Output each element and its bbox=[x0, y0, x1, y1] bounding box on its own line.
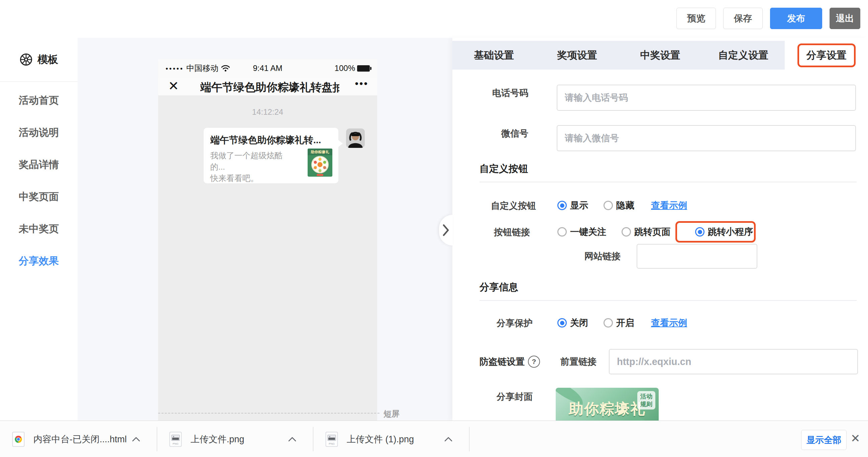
custom-button-row-label: 自定义按钮 bbox=[491, 200, 536, 212]
prefix-link-input[interactable] bbox=[609, 349, 858, 374]
settings-panel: 基础设置 奖项设置 中奖设置 自定义设置 分享设置 电话号码 微信号 自定义按钮… bbox=[453, 38, 868, 421]
miniprogram-highlight-box bbox=[675, 221, 756, 242]
download-menu-chevron[interactable] bbox=[444, 436, 453, 442]
download-item-html[interactable]: 内容中台-已关闭....html bbox=[0, 421, 156, 457]
sidebar-item-activity-home[interactable]: 活动首页 bbox=[0, 90, 78, 110]
radio-protect-off[interactable] bbox=[557, 318, 567, 327]
phone-status-bar: 9:41 AM ●●●●● 中国移动 100% bbox=[158, 59, 377, 77]
top-toolbar: 预览 保存 发布 退出 bbox=[0, 0, 868, 38]
more-menu-icon[interactable]: ••• bbox=[355, 78, 369, 89]
share-info-section-title: 分享信息 bbox=[479, 281, 518, 294]
thumb-title-text: 助你粽壕礼 bbox=[311, 150, 330, 154]
sidebar-item-lose-page[interactable]: 未中奖页 bbox=[0, 219, 78, 239]
website-link-label: 网站链接 bbox=[585, 250, 621, 262]
share-cover-image[interactable]: 助你粽壕礼 活动规则 bbox=[556, 388, 659, 421]
radio-protect-on[interactable] bbox=[603, 318, 613, 327]
page-title: 端午节绿色助你粽壕礼转盘抽奖粽壕礼 bbox=[200, 80, 339, 95]
close-downloads-bar-icon[interactable]: ✕ bbox=[850, 432, 860, 445]
share-preview-area: 9:41 AM ●●●●● 中国移动 100% ✕ 端午节绿色助你粽壕礼转盘抽奖… bbox=[78, 38, 453, 421]
radio-follow[interactable] bbox=[557, 227, 567, 236]
downloads-bar: 内容中台-已关闭....html PNG 上传文件.png bbox=[0, 421, 868, 457]
short-screen-divider bbox=[158, 413, 379, 413]
share-card-thumbnail: 助你粽壕礼 bbox=[308, 148, 332, 177]
help-icon[interactable]: ? bbox=[528, 355, 540, 368]
button-link-row-label: 按钮链接 bbox=[494, 226, 530, 238]
antileech-label: 防盗链设置 bbox=[479, 355, 525, 368]
wechat-id-input[interactable] bbox=[557, 125, 856, 151]
section-divider bbox=[479, 182, 857, 182]
avatar bbox=[346, 128, 365, 148]
phone-nav-bar: ✕ 端午节绿色助你粽壕礼转盘抽奖粽壕礼 ••• bbox=[158, 77, 377, 95]
share-protect-label: 分享保护 bbox=[497, 317, 533, 329]
share-link-card[interactable]: 端午节绿色助你粽壕礼转... 我做了一个超级炫酷的... 快来看看吧。 助你粽壕… bbox=[204, 128, 338, 183]
share-cover-label: 分享封面 bbox=[497, 391, 533, 403]
share-card-title: 端午节绿色助你粽壕礼转... bbox=[210, 134, 332, 146]
custom-button-section-title: 自定义按钮 bbox=[479, 162, 528, 176]
download-menu-chevron[interactable] bbox=[132, 436, 141, 442]
radio-option-jump-page[interactable]: 跳转页面 bbox=[622, 226, 671, 238]
tab-share-settings[interactable]: 分享设置 bbox=[785, 41, 868, 69]
sidebar-item-win-page[interactable]: 中奖页面 bbox=[0, 187, 78, 207]
chrome-html-file-icon bbox=[12, 432, 25, 447]
exit-button[interactable]: 退出 bbox=[830, 8, 860, 29]
svg-text:PNG: PNG bbox=[173, 442, 178, 445]
cover-rules-badge: 活动规则 bbox=[637, 391, 655, 409]
toolbar-buttons: 预览 保存 发布 退出 bbox=[676, 8, 860, 29]
chat-bubble-tail bbox=[338, 140, 343, 147]
sidebar: 模板 活动首页 活动说明 奖品详情 中奖页面 未中奖页 分享效果 bbox=[0, 38, 78, 421]
chat-timestamp: 14:12:24 bbox=[158, 107, 377, 117]
publish-button[interactable]: 发布 bbox=[770, 8, 822, 29]
show-all-downloads-button[interactable]: 显示全部 bbox=[801, 430, 846, 450]
sidebar-item-activity-desc[interactable]: 活动说明 bbox=[0, 122, 78, 143]
section-divider-2 bbox=[479, 300, 857, 301]
battery-percent: 100% bbox=[335, 63, 355, 73]
radio-jump-page[interactable] bbox=[622, 227, 631, 236]
tab-custom-settings[interactable]: 自定义设置 bbox=[702, 41, 785, 69]
wechat-chat-preview: 14:12:24 端午节绿色助你粽壕礼转... 我做了一个超级炫酷的... 快来… bbox=[158, 95, 377, 421]
activity-editor-app: 预览 保存 发布 退出 模板 活动首页 活动说明 奖品详情 中奖页面 未中 bbox=[0, 0, 868, 457]
tab-basic-settings[interactable]: 基础设置 bbox=[453, 41, 536, 69]
share-card-description: 我做了一个超级炫酷的... 快来看看吧。 bbox=[210, 150, 294, 184]
download-filename: 上传文件.png bbox=[191, 433, 244, 445]
radio-show[interactable] bbox=[557, 201, 567, 210]
radio-option-show[interactable]: 显示 bbox=[557, 199, 588, 211]
prefix-link-label: 前置链接 bbox=[560, 355, 596, 368]
battery-group: 100% bbox=[335, 63, 370, 73]
phone-number-input[interactable] bbox=[557, 85, 856, 111]
sidebar-title: 模板 bbox=[37, 53, 58, 66]
sidebar-header: 模板 bbox=[0, 38, 78, 82]
downloads-separator bbox=[469, 427, 469, 451]
download-item-png-1[interactable]: PNG 上传文件.png bbox=[157, 421, 313, 457]
radio-option-follow[interactable]: 一键关注 bbox=[557, 226, 606, 238]
download-filename: 上传文件 (1).png bbox=[347, 433, 414, 445]
close-icon[interactable]: ✕ bbox=[168, 79, 179, 93]
wechat-id-label: 微信号 bbox=[501, 127, 528, 140]
png-file-icon: PNG bbox=[169, 432, 182, 447]
svg-text:PNG: PNG bbox=[329, 442, 334, 445]
tab-prize-settings[interactable]: 奖项设置 bbox=[536, 41, 619, 69]
download-menu-chevron[interactable] bbox=[288, 436, 297, 442]
battery-icon bbox=[357, 65, 370, 72]
sidebar-item-share-effect[interactable]: 分享效果 bbox=[0, 251, 78, 271]
save-button[interactable]: 保存 bbox=[723, 8, 763, 29]
settings-tabbar: 基础设置 奖项设置 中奖设置 自定义设置 分享设置 bbox=[453, 41, 868, 69]
sidebar-item-prize-detail[interactable]: 奖品详情 bbox=[0, 154, 78, 175]
radio-option-on[interactable]: 开启 bbox=[603, 317, 634, 329]
radio-option-hide[interactable]: 隐藏 bbox=[603, 199, 634, 211]
tab-winning-settings[interactable]: 中奖设置 bbox=[619, 41, 702, 69]
png-file-icon: PNG bbox=[326, 432, 338, 447]
chevron-right-icon bbox=[443, 224, 450, 236]
short-screen-label: 短屏 bbox=[383, 408, 400, 419]
preview-button[interactable]: 预览 bbox=[676, 8, 716, 29]
view-example-link-1[interactable]: 查看示例 bbox=[651, 199, 687, 211]
radio-option-off[interactable]: 关闭 bbox=[557, 317, 588, 329]
radio-hide[interactable] bbox=[603, 201, 613, 210]
download-filename: 内容中台-已关闭....html bbox=[33, 433, 127, 445]
website-link-input[interactable] bbox=[637, 244, 757, 269]
active-tab-highlight: 分享设置 bbox=[798, 44, 856, 67]
download-item-png-2[interactable]: PNG 上传文件 (1).png bbox=[313, 421, 469, 457]
phone-number-label: 电话号码 bbox=[492, 87, 528, 99]
phone-mockup: 9:41 AM ●●●●● 中国移动 100% ✕ 端午节绿色助你粽壕礼转盘抽奖… bbox=[158, 59, 377, 421]
template-wheel-icon bbox=[20, 53, 33, 66]
view-example-link-2[interactable]: 查看示例 bbox=[651, 317, 687, 329]
